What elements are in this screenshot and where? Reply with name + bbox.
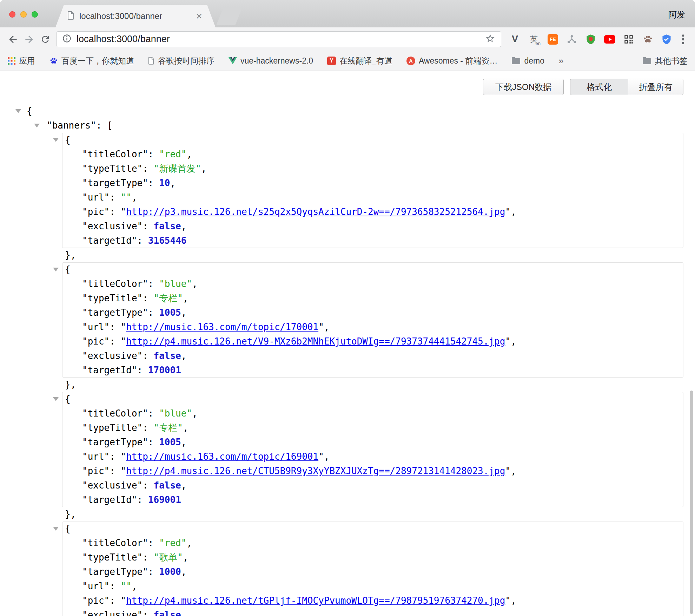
chrome-menu-icon[interactable] xyxy=(676,31,690,47)
forward-button[interactable] xyxy=(21,31,37,47)
collapse-toggle-icon[interactable] xyxy=(53,268,59,271)
json-token: " xyxy=(505,207,511,217)
json-token: , xyxy=(170,178,176,188)
bookmark-apps[interactable]: 应用 xyxy=(8,55,35,66)
json-line: { xyxy=(62,392,683,406)
qr-code-extension-icon[interactable] xyxy=(623,33,635,45)
bookmark-label: 应用 xyxy=(19,55,35,66)
new-tab-button[interactable] xyxy=(216,8,242,25)
org-chart-extension-icon[interactable] xyxy=(566,33,578,45)
security-shield-extension-icon[interactable] xyxy=(661,33,673,45)
json-link[interactable]: http://music.163.com/m/topic/170001 xyxy=(126,322,318,332)
json-token: }, xyxy=(65,379,76,390)
format-button[interactable]: 格式化 xyxy=(570,79,628,95)
address-bar[interactable]: localhost:3000/banner xyxy=(56,31,501,47)
json-line: "url": "http://music.163.com/m/topic/169… xyxy=(62,450,683,464)
shield-extension-icon[interactable] xyxy=(585,33,597,45)
json-token: " xyxy=(121,595,126,606)
json-token: : xyxy=(137,235,148,246)
window-minimize-button[interactable] xyxy=(20,11,27,18)
json-link[interactable]: http://p4.music.126.net/V9-MXz6b2MNhEKju… xyxy=(126,336,505,347)
collapse-toggle-icon[interactable] xyxy=(15,109,21,113)
vimium-extension-icon[interactable]: V xyxy=(509,33,521,45)
scrollbar-thumb[interactable] xyxy=(690,391,693,614)
reload-button[interactable] xyxy=(37,31,53,47)
json-line: }, xyxy=(0,507,695,522)
json-line: "targetType": 10, xyxy=(62,176,683,190)
translate-extension-icon[interactable]: 英 en xyxy=(528,33,540,45)
collapse-toggle-icon[interactable] xyxy=(53,138,59,142)
bookmark-demo-folder[interactable]: demo xyxy=(511,56,544,66)
json-token: " xyxy=(121,336,126,347)
json-line: "typeTitle": "歌单", xyxy=(62,550,683,565)
fe-extension-icon[interactable]: FE xyxy=(547,33,559,45)
json-key: "pic" xyxy=(82,207,110,217)
json-string-value: "专栏" xyxy=(154,422,183,433)
json-token: : xyxy=(148,538,159,548)
json-token: : xyxy=(143,480,153,491)
json-string-value: "blue" xyxy=(159,278,192,289)
bookmark-awesomes[interactable]: A Awesomes - 前端资… xyxy=(406,55,498,66)
bookmark-vue-hackernews[interactable]: vue-hackernews-2.0 xyxy=(229,56,313,66)
collapse-toggle-icon[interactable] xyxy=(53,397,59,401)
browser-tab[interactable]: localhost:3000/banner × xyxy=(55,5,216,27)
download-json-button[interactable]: 下载JSON数据 xyxy=(483,79,564,95)
json-boolean-value: false xyxy=(154,610,181,616)
json-token: , xyxy=(511,336,516,347)
window-close-button[interactable] xyxy=(9,11,15,18)
bookmark-baidu[interactable]: 百度一下，你就知道 xyxy=(49,55,134,66)
json-key: "typeTitle" xyxy=(82,293,143,303)
json-token: : xyxy=(137,365,148,375)
paw-extension-icon[interactable] xyxy=(642,33,654,45)
bookmark-google-sort[interactable]: 谷歌按时间排序 xyxy=(148,55,214,66)
json-number-value: 170001 xyxy=(148,365,181,375)
json-key: "url" xyxy=(82,451,110,462)
back-button[interactable] xyxy=(5,31,21,47)
json-token: " xyxy=(121,466,126,476)
window-zoom-button[interactable] xyxy=(32,11,38,18)
bookmark-label: 在线翻译_有道 xyxy=(339,55,392,66)
youtube-extension-icon[interactable] xyxy=(604,33,616,45)
json-key: "typeTitle" xyxy=(82,422,143,433)
json-token: : xyxy=(110,581,120,591)
collapse-toggle-icon[interactable] xyxy=(53,527,59,531)
json-token: : xyxy=(148,437,159,447)
json-link[interactable]: http://p4.music.126.net/tGPljf-IMOCyPvum… xyxy=(126,595,505,606)
json-link[interactable]: http://p3.music.126.net/s25q2x5QyqsAzilC… xyxy=(126,207,505,217)
collapse-toggle-icon[interactable] xyxy=(34,124,40,127)
json-key: "titleColor" xyxy=(82,149,148,159)
json-token: : xyxy=(110,466,120,476)
apps-grid-icon xyxy=(8,57,15,65)
json-token: : xyxy=(110,207,120,217)
json-link[interactable]: http://music.163.com/m/topic/169001 xyxy=(126,451,318,462)
bookmark-label: vue-hackernews-2.0 xyxy=(240,56,313,66)
json-number-value: 1005 xyxy=(159,437,181,447)
json-line: "typeTitle": "专栏", xyxy=(62,291,683,306)
json-token: , xyxy=(511,207,516,217)
bookmark-star-icon[interactable] xyxy=(485,33,495,45)
json-line: "exclusive": false, xyxy=(62,349,683,363)
bookmark-other-bookmarks[interactable]: 其他书签 xyxy=(642,55,687,66)
awesomes-icon: A xyxy=(406,57,415,65)
json-line: "titleColor": "red", xyxy=(62,147,683,162)
bookmark-label: 百度一下，你就知道 xyxy=(61,55,134,66)
json-object-box: {"titleColor": "red","typeTitle": "歌单","… xyxy=(62,522,683,616)
json-line: "pic": "http://p3.music.126.net/s25q2x5Q… xyxy=(62,205,683,219)
profile-name[interactable]: 阿发 xyxy=(668,9,685,20)
json-token: , xyxy=(183,293,188,303)
collapse-all-button[interactable]: 折叠所有 xyxy=(628,79,683,95)
json-line: "exclusive": false, xyxy=(62,478,683,493)
fe-glyph: FE xyxy=(548,34,558,45)
bookmark-label: demo xyxy=(524,56,544,66)
json-link[interactable]: http://p4.music.126.net/CTU5B9R9y3XyYBZX… xyxy=(126,466,505,476)
json-token: , xyxy=(183,552,188,563)
json-token: , xyxy=(201,163,207,174)
json-line: "targetId": 3165446 xyxy=(62,234,683,248)
json-object-box: {"titleColor": "blue","typeTitle": "专栏",… xyxy=(62,262,683,378)
baidu-paw-icon xyxy=(49,57,58,65)
bookmarks-overflow-chevron[interactable]: » xyxy=(558,55,563,66)
bookmark-label: Awesomes - 前端资… xyxy=(419,55,498,66)
tab-close-icon[interactable]: × xyxy=(195,11,203,21)
page-info-icon[interactable] xyxy=(62,34,72,45)
bookmark-youdao-translate[interactable]: Y 在线翻译_有道 xyxy=(327,55,392,66)
